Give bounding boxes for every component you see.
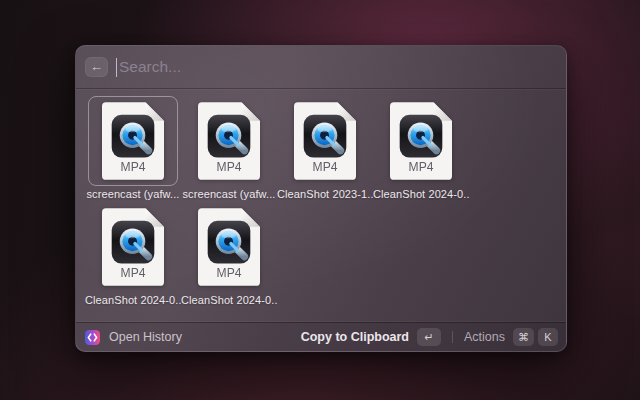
file-thumbnail-cell[interactable]: MP4 <box>184 202 274 292</box>
file-type-label: MP4 <box>217 160 242 174</box>
quicktime-icon <box>400 115 443 158</box>
file-item[interactable]: MP4 CleanShot 2024-0... <box>373 96 469 200</box>
file-thumbnail-cell[interactable]: MP4 <box>280 96 370 186</box>
quicktime-icon <box>112 115 155 158</box>
mp4-file-icon: MP4 <box>102 102 164 180</box>
file-name-label: CleanShot 2024-0... <box>181 294 277 306</box>
mp4-file-icon: MP4 <box>102 208 164 286</box>
quicktime-icon <box>112 221 155 264</box>
back-button[interactable]: ← <box>85 57 108 77</box>
search-bar: ← <box>76 46 566 89</box>
file-thumbnail-cell[interactable]: MP4 <box>88 96 178 186</box>
file-type-label: MP4 <box>121 266 146 280</box>
quicktime-icon <box>208 115 251 158</box>
file-item[interactable]: MP4 CleanShot 2023-1... <box>277 96 373 200</box>
copy-to-clipboard-button[interactable]: Copy to Clipboard <box>301 330 409 344</box>
file-type-label: MP4 <box>217 266 242 280</box>
file-thumbnail-cell[interactable]: MP4 <box>184 96 274 186</box>
search-input[interactable] <box>117 58 554 77</box>
file-name-label: screencast (yafw... <box>181 188 277 200</box>
file-name-label: CleanShot 2023-1... <box>277 188 373 200</box>
actions-shortcut: ⌘ K <box>513 328 558 346</box>
file-type-label: MP4 <box>121 160 146 174</box>
mp4-file-icon: MP4 <box>198 102 260 180</box>
mp4-file-icon: MP4 <box>198 208 260 286</box>
history-window: ← <box>75 45 567 352</box>
k-keycap: K <box>538 328 558 346</box>
file-item[interactable]: MP4 CleanShot 2024-0... <box>181 202 277 306</box>
file-thumbnail-cell[interactable]: MP4 <box>88 202 178 292</box>
file-type-label: MP4 <box>409 160 434 174</box>
mp4-file-icon: MP4 <box>294 102 356 180</box>
file-name-label: CleanShot 2024-0... <box>85 294 181 306</box>
file-item[interactable]: MP4 screencast (yafw... <box>181 96 277 200</box>
footer-divider <box>452 331 453 343</box>
footer-bar: Open History Copy to Clipboard ↵ Actions… <box>76 322 566 351</box>
actions-button[interactable]: Actions <box>464 330 505 344</box>
command-keycap: ⌘ <box>513 328 534 346</box>
quicktime-icon <box>208 221 251 264</box>
app-icon <box>85 330 100 345</box>
file-name-label: CleanShot 2024-0... <box>373 188 469 200</box>
file-grid: MP4 screencast (yafw... <box>76 89 566 322</box>
return-keycap: ↵ <box>417 328 441 346</box>
file-thumbnail-cell[interactable]: MP4 <box>376 96 466 186</box>
file-type-label: MP4 <box>313 160 338 174</box>
file-item[interactable]: MP4 CleanShot 2024-0... <box>85 202 181 306</box>
file-item[interactable]: MP4 screencast (yafw... <box>85 96 181 200</box>
quicktime-icon <box>304 115 347 158</box>
mp4-file-icon: MP4 <box>390 102 452 180</box>
file-name-label: screencast (yafw... <box>85 188 181 200</box>
open-history-label[interactable]: Open History <box>109 330 182 344</box>
